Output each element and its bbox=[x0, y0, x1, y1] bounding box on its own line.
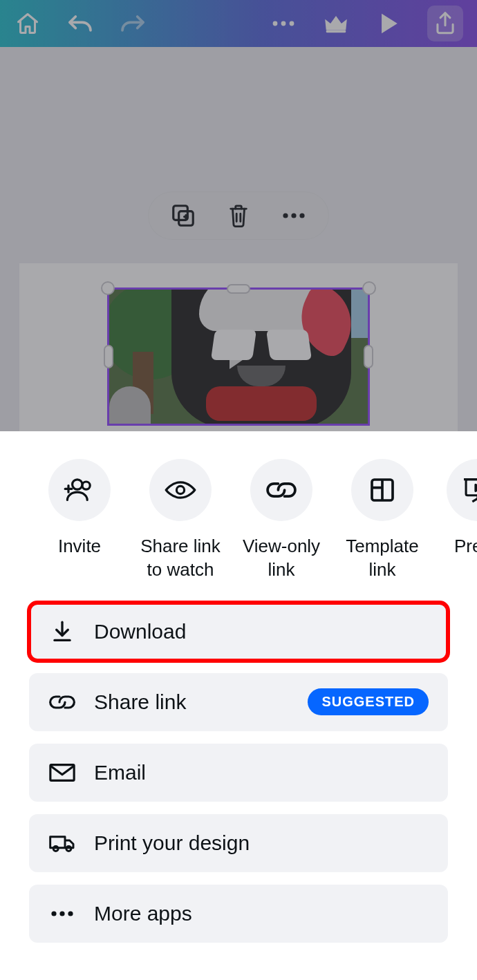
action-more-apps[interactable]: More apps bbox=[29, 885, 448, 943]
share-options-row: Invite Share link to watch View-only lin… bbox=[0, 459, 477, 582]
template-icon bbox=[351, 459, 413, 521]
action-label: Share link bbox=[94, 690, 290, 714]
svg-point-18 bbox=[51, 911, 56, 916]
share-option-invite[interactable]: Invite bbox=[29, 459, 130, 582]
share-sheet: Invite Share link to watch View-only lin… bbox=[0, 431, 477, 980]
share-option-template-link[interactable]: Template link bbox=[332, 459, 433, 582]
present-icon bbox=[447, 459, 477, 521]
share-option-label: View-only link bbox=[243, 535, 320, 582]
eye-icon bbox=[149, 459, 212, 521]
more-icon bbox=[48, 900, 76, 927]
action-share-link[interactable]: Share link SUGGESTED bbox=[29, 673, 448, 731]
svg-point-9 bbox=[73, 480, 82, 489]
link-icon bbox=[250, 459, 312, 521]
truck-icon bbox=[48, 829, 76, 857]
share-option-label: Share link to watch bbox=[140, 535, 221, 582]
share-option-share-link-watch[interactable]: Share link to watch bbox=[130, 459, 231, 582]
svg-point-19 bbox=[59, 911, 64, 916]
action-print[interactable]: Print your design bbox=[29, 814, 448, 872]
suggested-badge: SUGGESTED bbox=[308, 688, 429, 715]
download-icon bbox=[48, 618, 76, 646]
share-option-present[interactable]: Prese bbox=[433, 459, 477, 582]
action-download[interactable]: Download bbox=[29, 603, 448, 661]
invite-icon bbox=[48, 459, 111, 521]
share-action-list: Download Share link SUGGESTED Email Prin… bbox=[0, 603, 477, 943]
action-label: Print your design bbox=[94, 831, 429, 855]
link-icon bbox=[48, 688, 76, 716]
svg-point-10 bbox=[82, 482, 90, 489]
action-label: More apps bbox=[94, 902, 429, 925]
action-email[interactable]: Email bbox=[29, 744, 448, 802]
email-icon bbox=[48, 759, 76, 786]
share-option-label: Invite bbox=[58, 535, 101, 558]
share-option-view-only[interactable]: View-only link bbox=[231, 459, 332, 582]
modal-overlay[interactable] bbox=[0, 0, 477, 434]
svg-point-11 bbox=[176, 486, 184, 493]
share-option-label: Template link bbox=[346, 535, 419, 582]
action-label: Email bbox=[94, 761, 429, 784]
share-option-label: Prese bbox=[454, 535, 477, 558]
svg-point-20 bbox=[68, 911, 73, 916]
action-label: Download bbox=[94, 620, 429, 643]
